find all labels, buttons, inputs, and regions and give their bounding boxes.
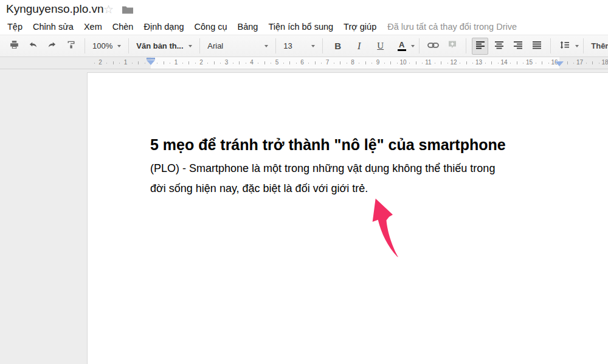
ruler-tick (390, 61, 391, 64)
toolbar-separator (275, 38, 276, 53)
ruler-tick (460, 63, 460, 64)
menu-item[interactable]: Trợ giúp (344, 22, 376, 32)
menu-item[interactable]: Công cụ (195, 22, 227, 32)
ruler-tick (409, 63, 410, 64)
ruler-tick (416, 61, 416, 64)
ruler-tick (517, 61, 517, 64)
ruler-tick (132, 63, 133, 64)
ruler-tick (371, 63, 372, 64)
ruler-tick (365, 61, 366, 64)
chevron-down-icon (264, 45, 268, 47)
ruler-tick (347, 63, 347, 64)
ruler-tick (586, 63, 587, 64)
insert-link-button[interactable] (425, 38, 441, 55)
ruler-tick (359, 63, 359, 64)
paint-format-button[interactable] (63, 38, 79, 55)
menu-item[interactable]: Tiện ích bổ sung (268, 22, 333, 32)
toolbar-separator (322, 38, 323, 53)
ruler-tick (542, 61, 542, 64)
bold-button[interactable]: B (330, 38, 346, 55)
document-canvas: 5 mẹo để tránh trở thành "nô lệ" của sma… (0, 69, 608, 364)
italic-button[interactable]: I (351, 38, 367, 55)
print-button[interactable] (6, 38, 22, 55)
ruler-tick (296, 63, 297, 64)
menu-item[interactable]: Chèn (112, 22, 134, 32)
ruler-tick (289, 61, 290, 64)
more-label: Thêm (591, 41, 608, 50)
ruler-tick (233, 63, 233, 64)
document-title[interactable]: Kynguyenso.plo.vn (6, 2, 104, 16)
toolbar-separator (466, 38, 466, 53)
underline-button[interactable]: U (372, 38, 389, 55)
paint-format-icon (66, 40, 76, 52)
document-text-line[interactable]: (PLO) - Smartphone là một trong những vậ… (150, 159, 586, 179)
zoom-dropdown[interactable]: 100% (89, 38, 124, 54)
document-page[interactable]: 5 mẹo để tránh trở thành "nô lệ" của sma… (87, 72, 608, 364)
font-size-value: 13 (283, 41, 292, 50)
styles-dropdown[interactable]: Văn bản th... (133, 38, 195, 54)
chevron-down-icon (311, 45, 315, 47)
toolbar-separator (199, 38, 200, 53)
ruler-tick (485, 63, 486, 64)
folder-icon[interactable] (122, 5, 134, 15)
align-right-button[interactable] (510, 38, 526, 55)
text-color-button[interactable]: A (393, 38, 410, 55)
menu-item[interactable]: Bảng (238, 22, 258, 32)
ruler-tick (170, 63, 170, 64)
menu-item[interactable]: Chỉnh sửa (33, 22, 74, 32)
ruler-tick (466, 61, 467, 64)
align-left-button[interactable] (472, 38, 488, 55)
underline-icon: U (377, 41, 384, 51)
ruler-tick (384, 63, 385, 64)
chevron-down-icon[interactable] (411, 45, 415, 47)
save-status: Đã lưu tất cả thay đổi trong Drive (387, 22, 517, 32)
ruler-tick (321, 63, 322, 64)
ruler-number: 5 (275, 59, 279, 66)
font-size-dropdown[interactable]: 13 (280, 38, 318, 54)
star-icon[interactable]: ☆ (103, 1, 114, 17)
document-paragraph[interactable]: (PLO) - Smartphone là một trong những vậ… (150, 159, 586, 199)
annotation-arrow-path (373, 199, 398, 258)
document-heading[interactable]: 5 mẹo để tránh trở thành "nô lệ" của sma… (150, 136, 586, 153)
ruler-number: 2 (98, 59, 102, 66)
annotation-arrow (361, 196, 403, 263)
comment-plus-icon (447, 40, 457, 52)
indent-marker-right[interactable] (555, 61, 564, 66)
ruler-tick (188, 61, 189, 64)
justify-button[interactable] (528, 38, 545, 55)
ruler-number: 6 (300, 59, 304, 66)
line-spacing-button[interactable] (556, 38, 573, 55)
menu-item[interactable]: Xem (84, 22, 102, 32)
ruler-tick (246, 63, 246, 64)
ruler-tick (472, 63, 473, 64)
ruler-tick (264, 61, 265, 64)
ruler-tick (195, 63, 196, 64)
indent-marker-left[interactable] (147, 58, 155, 65)
ruler-tick (308, 63, 309, 64)
redo-button[interactable] (44, 38, 60, 55)
ruler-number: 1 (174, 59, 178, 66)
ruler-tick (435, 63, 435, 64)
menu-item[interactable]: Định dạng (143, 22, 184, 32)
ruler-number: 12 (450, 59, 457, 66)
menubar-items: TệpChỉnh sửaXemChènĐịnh dạngCông cụBảngT… (7, 22, 387, 32)
undo-button[interactable] (25, 38, 41, 55)
align-center-button[interactable] (491, 38, 507, 55)
ruler-tick (164, 61, 164, 64)
more-dropdown[interactable]: Thêm (588, 38, 608, 54)
italic-icon: I (358, 41, 361, 52)
ruler-tick (498, 63, 499, 64)
chevron-down-icon[interactable] (575, 45, 579, 47)
toolbar: 100% Văn bản th... Arial 13 B I U A (0, 35, 608, 57)
ruler-number: 2 (199, 59, 203, 66)
ruler-tick (441, 61, 441, 64)
ruler-tick (157, 63, 157, 64)
ruler-tick (422, 63, 423, 64)
font-dropdown[interactable]: Arial (204, 38, 271, 54)
printer-icon (9, 40, 19, 52)
align-right-icon (513, 41, 523, 52)
menu-item[interactable]: Tệp (7, 22, 22, 32)
line-spacing-icon (559, 41, 570, 52)
ruler-tick (491, 61, 492, 64)
insert-comment-button[interactable] (444, 38, 460, 55)
